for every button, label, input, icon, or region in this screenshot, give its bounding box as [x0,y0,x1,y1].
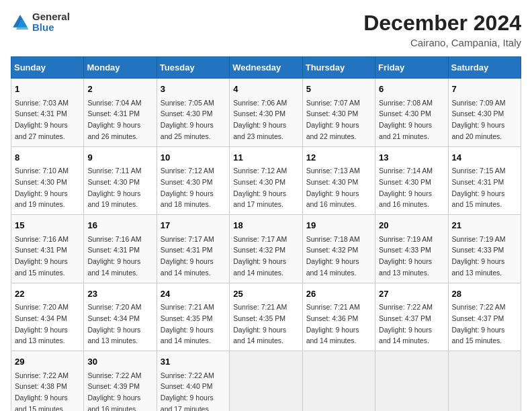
calendar-week-2: 8Sunrise: 7:10 AMSunset: 4:30 PMDaylight… [11,146,521,215]
day-info: Sunrise: 7:03 AMSunset: 4:31 PMDaylight:… [15,99,69,140]
day-number: 6 [379,83,444,96]
calendar-cell: 26Sunrise: 7:21 AMSunset: 4:36 PMDayligh… [302,283,375,351]
day-number: 8 [15,151,80,165]
calendar-week-4: 22Sunrise: 7:20 AMSunset: 4:34 PMDayligh… [11,283,521,351]
day-info: Sunrise: 7:20 AMSunset: 4:34 PMDaylight:… [87,303,141,345]
calendar-cell [302,351,375,412]
calendar-cell [375,351,448,412]
day-info: Sunrise: 7:18 AMSunset: 4:32 PMDaylight:… [306,235,360,277]
day-header-wednesday: Wednesday [230,57,302,79]
day-info: Sunrise: 7:14 AMSunset: 4:30 PMDaylight:… [379,167,433,208]
day-info: Sunrise: 7:11 AMSunset: 4:30 PMDaylight:… [87,167,141,208]
calendar-cell: 18Sunrise: 7:17 AMSunset: 4:32 PMDayligh… [230,215,302,283]
calendar-cell: 10Sunrise: 7:12 AMSunset: 4:30 PMDayligh… [157,146,229,215]
day-info: Sunrise: 7:15 AMSunset: 4:31 PMDaylight:… [452,167,506,208]
day-number: 5 [306,83,371,96]
calendar-cell: 13Sunrise: 7:14 AMSunset: 4:30 PMDayligh… [375,146,448,215]
day-info: Sunrise: 7:10 AMSunset: 4:30 PMDaylight:… [15,167,69,208]
day-number: 13 [379,151,444,165]
calendar-cell: 29Sunrise: 7:22 AMSunset: 4:38 PMDayligh… [11,351,84,412]
calendar-cell: 11Sunrise: 7:12 AMSunset: 4:30 PMDayligh… [230,146,302,215]
calendar-cell: 14Sunrise: 7:15 AMSunset: 4:31 PMDayligh… [448,146,521,215]
day-info: Sunrise: 7:06 AMSunset: 4:30 PMDaylight:… [233,99,287,140]
calendar-cell: 1Sunrise: 7:03 AMSunset: 4:31 PMDaylight… [11,79,84,147]
day-number: 30 [87,355,152,369]
day-info: Sunrise: 7:17 AMSunset: 4:32 PMDaylight:… [233,235,287,277]
day-info: Sunrise: 7:17 AMSunset: 4:31 PMDaylight:… [161,235,214,277]
calendar-cell: 21Sunrise: 7:19 AMSunset: 4:33 PMDayligh… [448,215,521,283]
day-number: 22 [15,287,80,301]
day-number: 15 [15,219,80,232]
calendar-cell: 8Sunrise: 7:10 AMSunset: 4:30 PMDaylight… [11,146,84,215]
day-number: 26 [306,287,371,301]
day-info: Sunrise: 7:22 AMSunset: 4:38 PMDaylight:… [15,371,69,412]
day-info: Sunrise: 7:12 AMSunset: 4:30 PMDaylight:… [233,167,287,208]
calendar-cell: 28Sunrise: 7:22 AMSunset: 4:37 PMDayligh… [448,283,521,351]
calendar-cell: 30Sunrise: 7:22 AMSunset: 4:39 PMDayligh… [84,351,157,412]
day-info: Sunrise: 7:04 AMSunset: 4:31 PMDaylight:… [87,99,141,140]
day-info: Sunrise: 7:08 AMSunset: 4:30 PMDaylight:… [379,99,433,140]
logo-line2: Blue [32,21,70,34]
day-number: 24 [161,287,226,301]
day-number: 10 [161,151,226,165]
day-header-saturday: Saturday [448,57,521,79]
calendar-week-3: 15Sunrise: 7:16 AMSunset: 4:31 PMDayligh… [11,215,521,283]
day-number: 14 [452,151,517,165]
calendar-cell: 3Sunrise: 7:05 AMSunset: 4:30 PMDaylight… [157,79,229,147]
calendar-cell: 12Sunrise: 7:13 AMSunset: 4:30 PMDayligh… [302,146,375,215]
day-info: Sunrise: 7:07 AMSunset: 4:30 PMDaylight:… [306,99,360,140]
day-info: Sunrise: 7:12 AMSunset: 4:30 PMDaylight:… [161,167,214,208]
day-info: Sunrise: 7:09 AMSunset: 4:30 PMDaylight:… [452,99,506,140]
month-title: December 2024 [363,11,521,36]
day-number: 23 [87,287,152,301]
calendar-cell: 17Sunrise: 7:17 AMSunset: 4:31 PMDayligh… [157,215,229,283]
day-number: 20 [379,219,444,232]
logo-icon [11,13,30,32]
day-info: Sunrise: 7:22 AMSunset: 4:37 PMDaylight:… [379,303,433,345]
calendar-cell: 27Sunrise: 7:22 AMSunset: 4:37 PMDayligh… [375,283,448,351]
calendar-cell: 20Sunrise: 7:19 AMSunset: 4:33 PMDayligh… [375,215,448,283]
day-number: 1 [15,83,80,96]
day-header-thursday: Thursday [302,57,375,79]
calendar-cell: 4Sunrise: 7:06 AMSunset: 4:30 PMDaylight… [230,79,302,147]
calendar-cell: 15Sunrise: 7:16 AMSunset: 4:31 PMDayligh… [11,215,84,283]
day-number: 16 [87,219,152,232]
day-number: 18 [233,219,298,232]
title-block: December 2024 Cairano, Campania, Italy [363,11,521,48]
day-number: 31 [161,355,226,369]
day-info: Sunrise: 7:16 AMSunset: 4:31 PMDaylight:… [87,235,141,277]
day-info: Sunrise: 7:22 AMSunset: 4:39 PMDaylight:… [87,371,141,412]
calendar-cell [230,351,302,412]
day-info: Sunrise: 7:21 AMSunset: 4:35 PMDaylight:… [161,303,214,345]
calendar-table: SundayMondayTuesdayWednesdayThursdayFrid… [11,56,521,411]
calendar-cell: 6Sunrise: 7:08 AMSunset: 4:30 PMDaylight… [375,79,448,147]
day-number: 7 [452,83,517,96]
day-number: 27 [379,287,444,301]
day-number: 25 [233,287,298,301]
day-number: 29 [15,355,80,369]
day-number: 2 [87,83,152,96]
logo: General Blue [11,11,70,34]
day-number: 17 [161,219,226,232]
day-info: Sunrise: 7:21 AMSunset: 4:35 PMDaylight:… [233,303,287,345]
calendar-cell: 7Sunrise: 7:09 AMSunset: 4:30 PMDaylight… [448,79,521,147]
day-number: 12 [306,151,371,165]
day-header-sunday: Sunday [11,57,84,79]
calendar-week-5: 29Sunrise: 7:22 AMSunset: 4:38 PMDayligh… [11,351,521,412]
calendar-cell: 25Sunrise: 7:21 AMSunset: 4:35 PMDayligh… [230,283,302,351]
day-number: 4 [233,83,298,96]
day-info: Sunrise: 7:21 AMSunset: 4:36 PMDaylight:… [306,303,360,345]
day-info: Sunrise: 7:19 AMSunset: 4:33 PMDaylight:… [452,235,506,277]
calendar-cell: 23Sunrise: 7:20 AMSunset: 4:34 PMDayligh… [84,283,157,351]
day-info: Sunrise: 7:19 AMSunset: 4:33 PMDaylight:… [379,235,433,277]
day-header-monday: Monday [84,57,157,79]
calendar-week-1: 1Sunrise: 7:03 AMSunset: 4:31 PMDaylight… [11,79,521,147]
page-header: General Blue December 2024 Cairano, Camp… [11,11,521,48]
calendar-cell: 2Sunrise: 7:04 AMSunset: 4:31 PMDaylight… [84,79,157,147]
day-number: 9 [87,151,152,165]
day-number: 11 [233,151,298,165]
day-info: Sunrise: 7:13 AMSunset: 4:30 PMDaylight:… [306,167,360,208]
day-info: Sunrise: 7:16 AMSunset: 4:31 PMDaylight:… [15,235,69,277]
day-info: Sunrise: 7:22 AMSunset: 4:37 PMDaylight:… [452,303,506,345]
calendar-cell: 5Sunrise: 7:07 AMSunset: 4:30 PMDaylight… [302,79,375,147]
